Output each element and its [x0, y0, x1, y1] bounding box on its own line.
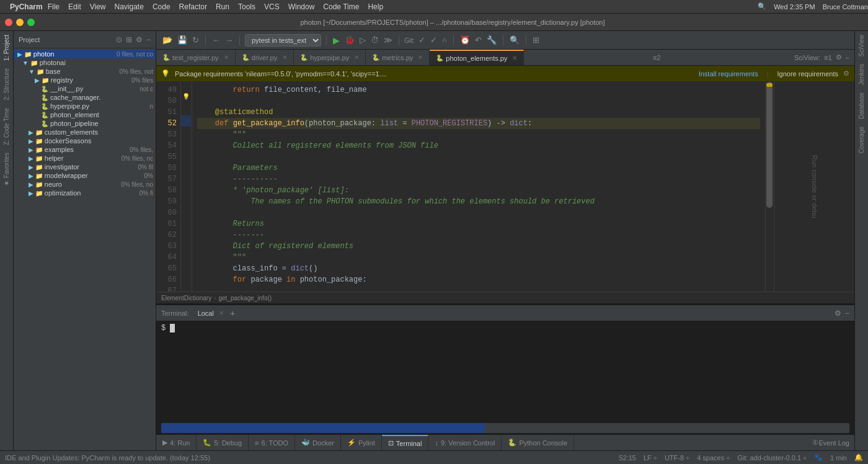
- tab-test-register[interactable]: 🐍 test_register.py ✕: [156, 50, 236, 65]
- debug-icon[interactable]: 🐞: [343, 34, 356, 46]
- vtab-structure[interactable]: 2: Structure: [2, 65, 11, 104]
- git-branch[interactable]: Git: add-cluster-0.0.1 ÷: [737, 454, 807, 462]
- tree-item-registry[interactable]: ▶ 📁 registry 0% files: [14, 76, 156, 84]
- profile-icon[interactable]: ⏱: [370, 34, 380, 46]
- maximize-button[interactable]: [27, 19, 35, 26]
- menu-navigate[interactable]: Navigate: [115, 2, 144, 11]
- sciview-settings-icon[interactable]: ⚙: [836, 53, 842, 61]
- menu-window[interactable]: Window: [288, 2, 315, 11]
- bottom-tab-vcs[interactable]: ↕ 9: Version Control: [428, 435, 502, 450]
- bottom-tab-debug[interactable]: 🐛 5: Debug: [197, 435, 249, 450]
- vtab-codetime[interactable]: Z: Code Time: [2, 104, 11, 149]
- menu-vcs[interactable]: VCS: [264, 2, 280, 11]
- search-icon[interactable]: 🔍: [758, 2, 766, 11]
- menu-code[interactable]: Code: [153, 2, 170, 11]
- refresh-icon[interactable]: ↻: [191, 34, 200, 46]
- encoding[interactable]: UTF-8 ÷: [665, 454, 689, 462]
- scroll-gutter[interactable]: [765, 82, 774, 292]
- tree-item-photonai[interactable]: ▼ 📁 photonai: [14, 58, 156, 67]
- indent[interactable]: 4 spaces ÷: [697, 454, 730, 462]
- terminal-content[interactable]: $: [156, 321, 854, 422]
- bottom-tab-docker[interactable]: 🐳 Docker: [295, 435, 341, 450]
- cursor-position[interactable]: 52:15: [619, 454, 636, 462]
- menu-edit[interactable]: Edit: [68, 2, 81, 11]
- git-branch-icon[interactable]: ⑃: [441, 34, 448, 46]
- menu-refactor[interactable]: Refactor: [179, 2, 207, 11]
- terminal-add-button[interactable]: +: [230, 308, 235, 318]
- tree-item-base[interactable]: ▼ 📁 base 0% files, not: [14, 67, 156, 76]
- vtab-sciview[interactable]: SciView: [857, 31, 866, 60]
- tree-item-investigator[interactable]: ▶ 📁 investigator 0% fil: [14, 163, 156, 171]
- vtab-database[interactable]: Database: [857, 89, 866, 123]
- vtab-favorites[interactable]: ★ Favorites: [2, 149, 11, 190]
- menu-view[interactable]: View: [90, 2, 106, 11]
- tab-driver[interactable]: 🐍 driver.py ✕: [236, 50, 294, 65]
- sidebar-settings-icon[interactable]: ⚙: [136, 35, 143, 44]
- terminal-minimize-icon[interactable]: −: [845, 309, 849, 318]
- find-icon[interactable]: 🔍: [508, 34, 521, 46]
- undo-icon[interactable]: ↶: [474, 34, 483, 46]
- pkg-settings-icon[interactable]: ⚙: [843, 69, 849, 78]
- layout-icon[interactable]: ⊞: [531, 34, 541, 46]
- terminal-local-tab[interactable]: Local ✕: [194, 308, 228, 318]
- tree-item-optimization[interactable]: ▶ 📁 optimization 0% fi: [14, 189, 156, 197]
- scroll-thumb[interactable]: [766, 82, 773, 208]
- terminal-settings-icon[interactable]: ⚙: [835, 309, 841, 318]
- tab-close-icon[interactable]: ✕: [224, 54, 229, 61]
- sidebar-close-icon[interactable]: −: [146, 35, 151, 44]
- tree-item-neuro[interactable]: ▶ 📁 neuro 0% files, no: [14, 180, 156, 189]
- vtab-project[interactable]: 1: Project: [2, 31, 11, 65]
- menu-run[interactable]: Run: [216, 2, 229, 11]
- run-button[interactable]: ▶: [332, 34, 341, 47]
- sciview-close-icon[interactable]: −: [846, 54, 849, 61]
- step-icon[interactable]: ≫: [383, 34, 394, 46]
- tree-item-hyperpipe[interactable]: 🐍 hyperpipe.py n: [14, 102, 156, 110]
- pytest-selector[interactable]: pytest in tests_ext: [245, 34, 321, 47]
- wrench-icon[interactable]: 🔧: [485, 34, 498, 46]
- tree-item-custom[interactable]: ▶ 📁 custom_elements: [14, 128, 156, 136]
- tree-item-modelwrapper[interactable]: ▶ 📁 modelwrapper 0%: [14, 171, 156, 180]
- tree-item-helper[interactable]: ▶ 📁 helper 0% files, nc: [14, 154, 156, 163]
- tab-close-icon[interactable]: ✕: [354, 54, 359, 61]
- tab-close-icon[interactable]: ✕: [512, 55, 517, 61]
- tree-item-photon-elements[interactable]: 🐍 photon_element: [14, 110, 156, 119]
- code-content[interactable]: return file_content, file_name @staticme…: [192, 82, 765, 292]
- event-log-label[interactable]: Event Log: [818, 439, 849, 447]
- close-button[interactable]: [5, 19, 12, 26]
- save-icon[interactable]: 💾: [176, 34, 188, 46]
- tree-item-init[interactable]: 🐍 __init__.py not c: [14, 84, 156, 93]
- bottom-tab-run[interactable]: ▶ 4: Run: [156, 435, 197, 450]
- vtab-coverage[interactable]: Coverage: [857, 123, 866, 157]
- sidebar-sync-icon[interactable]: ⊙: [116, 35, 122, 44]
- bottom-tab-todo[interactable]: ≡ 6: TODO: [249, 435, 295, 450]
- bottom-tab-python-console[interactable]: 🐍 Python Console: [502, 435, 574, 450]
- tab-metrics[interactable]: 🐍 metrics.py ✕: [366, 50, 430, 65]
- open-folder-icon[interactable]: 📂: [161, 34, 174, 46]
- tree-item-cache[interactable]: 🐍 cache_manager.: [14, 93, 156, 102]
- tree-item-photon-pipeline[interactable]: 🐍 photon_pipeline: [14, 119, 156, 128]
- tree-item-docker[interactable]: ▶ 📁 dockerSeasons: [14, 136, 156, 145]
- install-requirements-link[interactable]: Install requirements: [699, 70, 758, 78]
- tab-close-icon[interactable]: ✕: [418, 54, 423, 61]
- git-check-icon[interactable]: ✓: [417, 34, 427, 46]
- back-icon[interactable]: ←: [211, 34, 221, 46]
- bottom-tab-pylint[interactable]: ⚡ Pylint: [341, 435, 382, 450]
- tab-hyperpipe[interactable]: 🐍 hyperpipe.py ✕: [294, 50, 366, 65]
- menu-codetime[interactable]: Code Time: [323, 2, 359, 11]
- paw-icon[interactable]: 🐾: [814, 453, 823, 462]
- line-ending[interactable]: LF ÷: [644, 454, 657, 462]
- tab-close-icon[interactable]: ✕: [282, 54, 287, 61]
- sidebar-layout-icon[interactable]: ⊞: [126, 35, 132, 44]
- git-check2-icon[interactable]: ✓: [429, 34, 438, 46]
- vtab-jenkins[interactable]: Jenkins: [857, 60, 866, 89]
- bottom-tab-terminal[interactable]: ⊡ Terminal: [382, 435, 429, 450]
- tab-photon-elements[interactable]: 🐍 photon_elements.py ✕: [430, 50, 524, 65]
- ignore-requirements-link[interactable]: Ignore requirements: [777, 70, 838, 78]
- tree-item-root[interactable]: ▶ 📁 photon 0 files, not co: [14, 50, 156, 58]
- breadcrumb-class[interactable]: ElementDictionary: [161, 295, 211, 301]
- forward-icon[interactable]: →: [224, 34, 234, 46]
- menu-file[interactable]: File: [48, 2, 60, 11]
- history-icon[interactable]: ⏰: [459, 34, 471, 46]
- menu-help[interactable]: Help: [368, 2, 383, 11]
- minimize-button[interactable]: [16, 19, 24, 26]
